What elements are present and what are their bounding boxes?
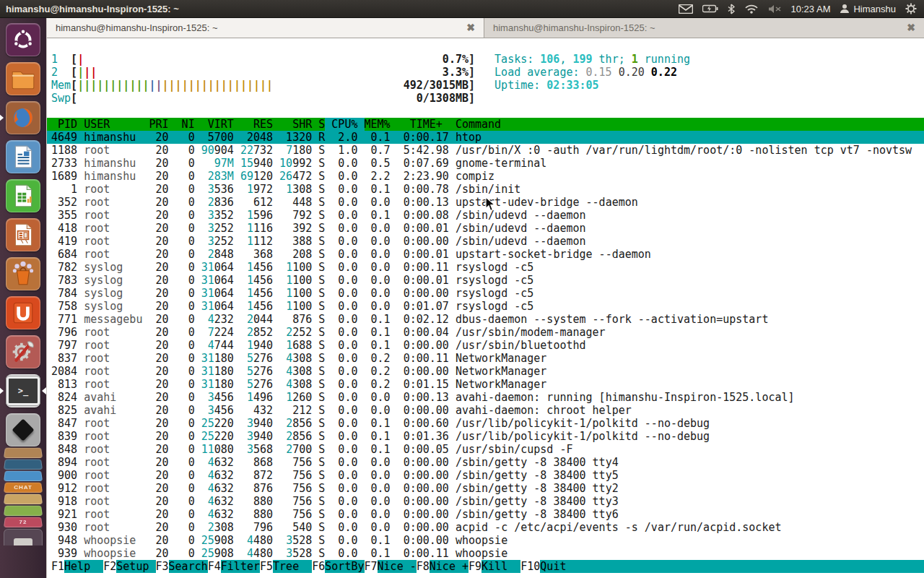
- process-row-pid-797: 797 root 20 0 4744 1940 1688 S 0.0 0.1 0…: [47, 339, 924, 352]
- fkey-label-F8: Nice +: [430, 560, 468, 573]
- system-tray: 10:23 AM Himanshu: [679, 3, 924, 14]
- battery-icon[interactable]: [702, 4, 718, 13]
- process-row-pid-1689: 1689 himanshu 20 0 283M 69120 26472 S 0.…: [47, 170, 924, 183]
- process-row-pid-783: 783 syslog 20 0 31064 1456 1100 S 0.0 0.…: [47, 274, 924, 287]
- process-row-pid-355: 355 root 20 0 3352 1596 792 S 0.0 0.1 0:…: [47, 209, 924, 222]
- process-row-pid-930: 930 root 20 0 2308 796 540 S 0.0 0.0 0:0…: [47, 521, 924, 534]
- process-row-pid-948: 948 whoopsie 20 0 25908 4480 3528 S 0.0 …: [47, 534, 924, 547]
- user-menu[interactable]: Himanshu: [840, 4, 896, 14]
- unity-launcher: >_CHAT72: [0, 17, 46, 578]
- launcher-folded-app-blue[interactable]: [4, 460, 43, 470]
- mail-icon[interactable]: [679, 4, 693, 14]
- clock-indicator[interactable]: 10:23 AM: [791, 4, 831, 14]
- fkey-label-F5: Tree: [273, 560, 312, 573]
- process-row-pid-782: 782 syslog 20 0 31064 1456 1100 S 0.0 0.…: [47, 261, 924, 274]
- launcher-item-ubuntu-one[interactable]: [6, 296, 40, 329]
- process-row-pid-848: 848 root 20 0 11080 3568 2700 S 0.0 0.1 …: [47, 443, 924, 456]
- process-row-pid-839: 839 root 20 0 25220 3940 2856 S 0.0 0.1 …: [47, 430, 924, 443]
- blank-line: [47, 105, 924, 118]
- launcher-item-dash-home[interactable]: [6, 23, 40, 56]
- desktop: himanshu@himanshu-Inspiron-1525: ~ 10:23…: [0, 0, 924, 578]
- terminal-tab-2[interactable]: himanshu@himanshu-Inspiron-1525: ~✖: [484, 17, 924, 38]
- top-panel: himanshu@himanshu-Inspiron-1525: ~ 10:23…: [0, 0, 924, 18]
- process-row-pid-2084: 2084 root 20 0 31180 5276 4308 S 0.0 0.2…: [47, 365, 924, 378]
- clock-label: 10:23 AM: [791, 4, 831, 14]
- htop-function-key-bar: F1Help F2Setup F3SearchF4FilterF5Tree F6…: [47, 560, 924, 573]
- fkey-label-F1: Help: [64, 560, 103, 573]
- process-row-pid-894: 894 root 20 0 4632 868 756 S 0.0 0.0 0:0…: [47, 456, 924, 469]
- running-app-arrow-icon: [0, 387, 4, 394]
- fkey-F1: F1: [51, 560, 64, 573]
- tab-close-icon[interactable]: ✖: [907, 22, 915, 33]
- terminal-tab-1[interactable]: himanshu@himanshu-Inspiron-1525: ~✖: [47, 17, 484, 38]
- fkey-F9: F9: [468, 560, 481, 573]
- launcher-item-terminal[interactable]: >_: [6, 374, 40, 407]
- process-row-pid-847: 847 root 20 0 25220 3940 2856 S 0.0 0.1 …: [47, 417, 924, 430]
- process-row-pid-1188: 1188 root 20 0 90904 22732 7180 S 1.0 0.…: [47, 144, 924, 157]
- fkey-label-F4: Filter: [221, 560, 260, 573]
- launcher-item-libreoffice-impress[interactable]: [6, 218, 40, 251]
- tab-title: himanshu@himanshu-Inspiron-1525: ~: [493, 22, 655, 33]
- terminal-tabbar: himanshu@himanshu-Inspiron-1525: ~✖himan…: [47, 17, 924, 38]
- fkey-label-F2: Setup: [116, 560, 155, 573]
- load-average-line: Load average: 0.15 0.20 0.22: [494, 66, 690, 79]
- launcher-folded-app-red[interactable]: 72: [4, 517, 43, 527]
- session-menu[interactable]: [905, 3, 917, 14]
- fkey-F3: F3: [156, 560, 169, 573]
- volume-muted-icon[interactable]: [768, 4, 782, 14]
- fkey-label-F7: Nice -: [378, 560, 417, 573]
- launcher-folded-gimp[interactable]: [4, 448, 43, 458]
- tasks-line: Tasks: 106, 199 thr; 1 running: [494, 53, 690, 66]
- meter-mem: Mem[|||||||||||||||||||||||||||||| 492/3…: [47, 79, 924, 92]
- launcher-folded-app-chat[interactable]: CHAT: [4, 483, 43, 493]
- tab-close-icon[interactable]: ✖: [466, 22, 475, 33]
- process-row-pid-921: 921 root 20 0 4632 880 756 S 0.0 0.0 0:0…: [47, 508, 924, 521]
- launcher-item-system-settings[interactable]: [6, 335, 40, 368]
- launcher-item-inkscape[interactable]: [6, 413, 40, 447]
- launcher-item-software-center[interactable]: [6, 257, 40, 290]
- process-row-pid-824: 824 avahi 20 0 3456 1496 1260 S 0.0 0.0 …: [47, 391, 924, 404]
- active-window-title: himanshu@himanshu-Inspiron-1525: ~: [0, 4, 679, 14]
- process-row-pid-2733: 2733 himanshu 20 0 97M 15940 10992 S 0.0…: [47, 157, 924, 170]
- fkey-F6: F6: [312, 560, 325, 573]
- person-icon: [840, 4, 850, 14]
- bluetooth-icon[interactable]: [728, 4, 735, 14]
- fkey-label-F10: Quit: [540, 560, 579, 573]
- process-row-pid-939: 939 whoopsie 20 0 25908 4480 3528 S 0.0 …: [47, 547, 924, 560]
- launcher-folded-app-green[interactable]: [4, 506, 43, 516]
- terminal-screen[interactable]: 1 [| 0.7%]2 [||| 3.3%]Mem[||||||||||||||…: [47, 38, 924, 578]
- process-row-pid-825: 825 avahi 20 0 3456 432 212 S 0.0 0.0 0:…: [47, 404, 924, 417]
- launcher-item-files[interactable]: [6, 62, 40, 95]
- fkey-F8: F8: [417, 560, 430, 573]
- gear-icon: [905, 3, 917, 14]
- meter-cpu2: 2 [||| 3.3%]: [47, 66, 924, 79]
- process-row-pid-784: 784 syslog 20 0 31064 1456 1100 S 0.0 0.…: [47, 287, 924, 300]
- process-row-pid-796: 796 root 20 0 7224 2852 2252 S 0.0 0.1 0…: [47, 326, 924, 339]
- htop-summary: Tasks: 106, 199 thr; 1 runningLoad avera…: [494, 53, 690, 92]
- fkey-F5: F5: [260, 560, 273, 573]
- wifi-icon[interactable]: [744, 4, 759, 14]
- launcher-item-libreoffice-writer[interactable]: [6, 140, 40, 173]
- fkey-label-F3: Search: [169, 560, 208, 573]
- process-row-pid-352: 352 root 20 0 2836 612 448 S 0.0 0.0 0:0…: [47, 196, 924, 209]
- process-row-pid-900: 900 root 20 0 4632 872 756 S 0.0 0.0 0:0…: [47, 469, 924, 482]
- launcher-item-firefox[interactable]: [6, 101, 40, 134]
- launcher-folded-app-globe[interactable]: [4, 471, 43, 481]
- launcher-folded-app-notes[interactable]: [4, 494, 43, 504]
- process-row-pid-4649: 4649 himanshu 20 0 5700 2048 1320 R 2.0 …: [47, 131, 924, 144]
- meter-cpu1: 1 [| 0.7%]: [47, 53, 924, 66]
- process-row-pid-1: 1 root 20 0 3536 1972 1308 S 0.0 0.1 0:0…: [47, 183, 924, 196]
- htop-table-header[interactable]: PID USER PRI NI VIRT RES SHR S CPU% MEM%…: [47, 118, 924, 131]
- trash-icon: [14, 538, 32, 545]
- fkey-label-F9: Kill: [481, 560, 520, 573]
- launcher-item-libreoffice-calc[interactable]: [6, 179, 40, 212]
- process-row-pid-771: 771 messagebu 20 0 4232 2044 876 S 0.0 0…: [47, 313, 924, 326]
- uptime-line: Uptime: 02:33:05: [494, 79, 690, 92]
- process-row-pid-918: 918 root 20 0 4632 880 756 S 0.0 0.0 0:0…: [47, 495, 924, 508]
- focused-app-arrow-icon: [42, 387, 46, 394]
- launcher-item-trash[interactable]: [4, 529, 43, 545]
- username-label: Himanshu: [853, 4, 896, 14]
- process-row-pid-813: 813 root 20 0 31180 5276 4308 S 0.0 0.2 …: [47, 378, 924, 391]
- fkey-F4: F4: [208, 560, 221, 573]
- tab-title: himanshu@himanshu-Inspiron-1525: ~: [56, 22, 218, 33]
